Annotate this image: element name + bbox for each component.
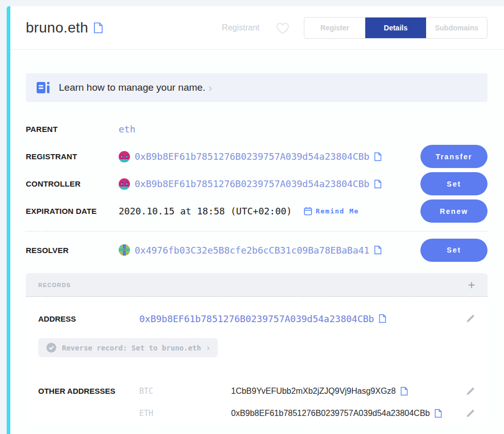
edit-address-icon[interactable] — [466, 314, 475, 323]
records-section: RECORDS + ADDRESS 0xB9b8EF61b7851276B023… — [26, 273, 487, 424]
banner-chevron-icon: › — [208, 82, 212, 93]
parent-label: PARENT — [26, 125, 119, 133]
remind-me[interactable]: Remind Me — [304, 207, 359, 215]
resolver-label: RESOLVER — [26, 246, 119, 255]
btc-address-value[interactable]: 1CbB9YvEFUbb2mXb2jZJQ9Vj9Hasg9XGz8 — [231, 387, 396, 396]
parent-value[interactable]: eth — [119, 124, 136, 135]
header: bruno.eth Registrant Register Details — [10, 6, 504, 49]
ens-manager-page: bruno.eth Registrant Register Details — [0, 0, 504, 434]
other-addresses-label: OTHER ADDRESSES — [38, 387, 139, 395]
section-divider — [26, 231, 487, 231]
add-record-icon[interactable]: + — [468, 279, 475, 291]
copy-registrant-icon[interactable] — [374, 152, 382, 161]
resolver-row: RESOLVER — [26, 237, 487, 263]
copy-controller-icon[interactable] — [374, 179, 382, 189]
parent-row: PARENT eth — [26, 115, 487, 143]
resolver-address[interactable]: 0x4976fb03C32e5B8cfe2b6cCB31c09Ba78EBaBa… — [135, 245, 369, 256]
copy-resolver-icon[interactable] — [374, 245, 382, 255]
reverse-record-banner[interactable]: Reverse record: Set to bruno.eth › — [38, 338, 218, 357]
records-header: RECORDS + — [26, 273, 487, 297]
records-title: RECORDS — [38, 282, 71, 288]
controller-row: CONTROLLER — [26, 170, 487, 197]
expiration-label: EXPIRATION DATE — [26, 207, 119, 215]
controller-avatar — [119, 178, 130, 190]
check-circle-icon — [46, 343, 56, 353]
copy-address-icon[interactable] — [379, 314, 386, 323]
reverse-record-text: Reverse record: Set to bruno.eth — [62, 344, 201, 352]
learn-banner-text: Learn how to manage your name. — [59, 82, 205, 93]
transfer-button[interactable]: Transfer — [420, 145, 487, 168]
address-record-row: ADDRESS 0xB9b8EF61b7851276B0239757A039d5… — [38, 304, 475, 333]
resolver-avatar — [119, 244, 130, 256]
renew-button[interactable]: Renew — [420, 199, 487, 223]
registrant-address[interactable]: 0xB9b8EF61b7851276B0239757A039d54a23804C… — [135, 151, 369, 162]
coin-label-btc: BTC — [139, 387, 231, 396]
calendar-icon — [304, 207, 312, 215]
registrant-label: Registrant — [222, 23, 259, 32]
address-record-value[interactable]: 0xB9b8EF61b7851276B0239757A039d54a23804C… — [139, 313, 374, 324]
edit-eth-icon[interactable] — [466, 409, 475, 418]
set-resolver-button[interactable]: Set — [420, 239, 487, 262]
tab-register[interactable]: Register — [304, 18, 365, 38]
book-icon — [36, 81, 52, 94]
details-content: Learn how to manage your name. › PARENT … — [10, 49, 504, 434]
btc-address-row: OTHER ADDRESSES BTC 1CbB9YvEFUbb2mXb2jZJ… — [38, 380, 475, 402]
reverse-record-chevron-icon: › — [207, 343, 210, 352]
set-controller-button[interactable]: Set — [420, 172, 487, 195]
page-title: bruno.eth — [26, 20, 88, 36]
tab-details[interactable]: Details — [365, 18, 426, 38]
address-record-label: ADDRESS — [38, 314, 139, 323]
other-addresses: OTHER ADDRESSES BTC 1CbB9YvEFUbb2mXb2jZJ… — [38, 380, 475, 424]
eth-address-row: ETH 0xB9b8EF61b7851276B0239757A039d54a23… — [38, 402, 475, 424]
registrant-row: REGISTRANT — [26, 143, 487, 170]
copy-eth-icon[interactable] — [434, 409, 442, 418]
expiration-row: EXPIRATION DATE 2020.10.15 at 18:58 (UTC… — [26, 197, 487, 225]
tab-subdomains[interactable]: Subdomains — [426, 18, 487, 38]
registrant-avatar — [119, 151, 130, 162]
expiration-date: 2020.10.15 at 18:58 (UTC+02:00) — [119, 206, 292, 216]
records-body: ADDRESS 0xB9b8EF61b7851276B0239757A039d5… — [26, 297, 487, 424]
copy-name-icon[interactable] — [93, 22, 103, 34]
registrant-row-label: REGISTRANT — [26, 152, 119, 161]
controller-address[interactable]: 0xB9b8EF61b7851276B0239757A039d54a23804C… — [135, 178, 369, 189]
eth-address-value[interactable]: 0xB9b8EF61b7851276B0239757A039d54a23804C… — [231, 409, 430, 418]
accent-bar — [7, 6, 10, 434]
main-panel: bruno.eth Registrant Register Details — [10, 6, 504, 434]
coin-label-eth: ETH — [139, 409, 231, 418]
favourite-heart-icon[interactable] — [275, 21, 290, 35]
edit-btc-icon[interactable] — [466, 387, 475, 396]
tab-group: Register Details Subdomains — [304, 17, 487, 39]
copy-btc-icon[interactable] — [400, 387, 408, 396]
learn-banner[interactable]: Learn how to manage your name. › — [26, 73, 487, 102]
detail-rows: PARENT eth REGISTRANT — [26, 115, 487, 263]
controller-row-label: CONTROLLER — [26, 179, 119, 188]
remind-me-label: Remind Me — [316, 207, 359, 215]
